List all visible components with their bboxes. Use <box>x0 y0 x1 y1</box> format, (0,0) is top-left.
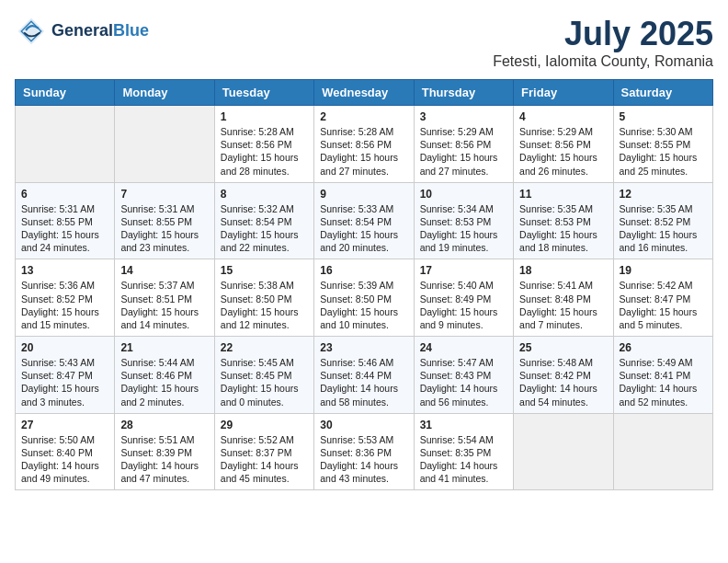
cell-line: Sunrise: 5:38 AM <box>221 279 308 292</box>
calendar-cell: 11Sunrise: 5:35 AMSunset: 8:53 PMDayligh… <box>514 182 613 259</box>
cell-line: Sunrise: 5:54 AM <box>420 433 507 446</box>
calendar-cell: 6Sunrise: 5:31 AMSunset: 8:55 PMDaylight… <box>16 182 115 259</box>
calendar-week-row: 6Sunrise: 5:31 AMSunset: 8:55 PMDaylight… <box>16 182 713 259</box>
cell-line: and 18 minutes. <box>519 241 607 254</box>
calendar-cell: 31Sunrise: 5:54 AMSunset: 8:35 PMDayligh… <box>414 413 513 490</box>
cell-line: and 10 minutes. <box>320 318 407 331</box>
cell-line: Sunset: 8:52 PM <box>21 293 108 305</box>
day-number: 10 <box>420 188 507 201</box>
calendar-cell: 13Sunrise: 5:36 AMSunset: 8:52 PMDayligh… <box>16 259 115 337</box>
cell-line: and 0 minutes. <box>221 396 308 408</box>
cell-line: Sunset: 8:36 PM <box>320 446 407 459</box>
calendar-cell: 9Sunrise: 5:33 AMSunset: 8:54 PMDaylight… <box>314 182 414 259</box>
cell-line: and 25 minutes. <box>620 165 707 178</box>
day-number: 16 <box>320 264 407 277</box>
cell-line: Sunrise: 5:34 AM <box>420 202 507 215</box>
day-number: 20 <box>21 341 108 354</box>
day-number: 12 <box>620 188 707 201</box>
cell-line: Sunrise: 5:53 AM <box>320 433 407 446</box>
day-number: 23 <box>320 341 407 354</box>
cell-line: Sunset: 8:49 PM <box>420 293 507 305</box>
calendar-cell: 18Sunrise: 5:41 AMSunset: 8:48 PMDayligh… <box>514 259 613 337</box>
cell-line: and 12 minutes. <box>221 318 308 331</box>
cell-line: Daylight: 14 hours <box>320 382 407 395</box>
cell-line: and 56 minutes. <box>420 396 507 408</box>
day-number: 26 <box>620 341 707 354</box>
cell-line: Daylight: 15 hours <box>221 305 308 318</box>
calendar-cell: 15Sunrise: 5:38 AMSunset: 8:50 PMDayligh… <box>214 259 313 337</box>
cell-line: and 49 minutes. <box>21 472 108 485</box>
cell-line: Sunrise: 5:40 AM <box>420 279 507 292</box>
cell-line: Sunrise: 5:48 AM <box>519 356 607 369</box>
cell-line: Sunrise: 5:29 AM <box>420 125 507 138</box>
cell-line: Sunset: 8:45 PM <box>221 369 308 382</box>
calendar-cell <box>514 413 613 490</box>
calendar-cell: 1Sunrise: 5:28 AMSunset: 8:56 PMDaylight… <box>214 106 313 183</box>
calendar-cell: 22Sunrise: 5:45 AMSunset: 8:45 PMDayligh… <box>214 337 313 414</box>
cell-line: and 27 minutes. <box>320 165 407 178</box>
cell-line: and 14 minutes. <box>120 318 208 331</box>
calendar-table: SundayMondayTuesdayWednesdayThursdayFrid… <box>15 79 713 490</box>
calendar-cell: 2Sunrise: 5:28 AMSunset: 8:56 PMDaylight… <box>314 106 414 183</box>
cell-line: Sunrise: 5:28 AM <box>320 125 407 138</box>
cell-line: Sunrise: 5:39 AM <box>320 279 407 292</box>
cell-line: Sunset: 8:46 PM <box>120 369 208 382</box>
cell-line: Sunrise: 5:52 AM <box>221 433 308 446</box>
cell-line: Daylight: 15 hours <box>21 228 108 241</box>
cell-line: and 16 minutes. <box>620 241 707 254</box>
day-number: 24 <box>420 341 507 354</box>
weekday-header: Thursday <box>414 80 513 106</box>
logo-icon <box>15 15 48 48</box>
cell-line: Daylight: 15 hours <box>620 228 707 241</box>
cell-line: Daylight: 15 hours <box>221 151 308 164</box>
cell-line: Daylight: 15 hours <box>21 382 108 395</box>
cell-line: Sunrise: 5:43 AM <box>21 356 108 369</box>
logo: GeneralBlue <box>15 15 149 48</box>
day-number: 21 <box>120 341 208 354</box>
cell-line: and 7 minutes. <box>519 318 607 331</box>
month-title: July 2025 <box>493 15 713 53</box>
calendar-cell: 20Sunrise: 5:43 AMSunset: 8:47 PMDayligh… <box>16 337 115 414</box>
cell-line: Sunset: 8:50 PM <box>320 293 407 305</box>
calendar-cell: 12Sunrise: 5:35 AMSunset: 8:52 PMDayligh… <box>613 182 712 259</box>
cell-line: Daylight: 15 hours <box>120 305 208 318</box>
calendar-week-row: 20Sunrise: 5:43 AMSunset: 8:47 PMDayligh… <box>16 337 713 414</box>
day-number: 11 <box>519 188 607 201</box>
cell-line: Sunrise: 5:31 AM <box>120 202 208 215</box>
cell-line: Sunset: 8:55 PM <box>620 138 707 151</box>
cell-line: Daylight: 14 hours <box>519 382 607 395</box>
calendar-cell: 4Sunrise: 5:29 AMSunset: 8:56 PMDaylight… <box>514 106 613 183</box>
cell-line: Daylight: 15 hours <box>620 305 707 318</box>
cell-line: Sunrise: 5:46 AM <box>320 356 407 369</box>
cell-line: and 26 minutes. <box>519 165 607 178</box>
cell-line: Sunset: 8:50 PM <box>221 293 308 305</box>
weekday-header: Monday <box>115 80 214 106</box>
cell-line: Sunset: 8:56 PM <box>519 138 607 151</box>
cell-line: Daylight: 15 hours <box>221 382 308 395</box>
cell-line: Sunrise: 5:29 AM <box>519 125 607 138</box>
weekday-header: Sunday <box>16 80 115 106</box>
cell-line: Daylight: 14 hours <box>620 382 707 395</box>
cell-line: Daylight: 15 hours <box>420 151 507 164</box>
cell-line: Sunset: 8:55 PM <box>21 215 108 228</box>
day-number: 19 <box>620 264 707 277</box>
cell-line: Daylight: 15 hours <box>120 228 208 241</box>
calendar-cell: 8Sunrise: 5:32 AMSunset: 8:54 PMDaylight… <box>214 182 313 259</box>
cell-line: Sunrise: 5:36 AM <box>21 279 108 292</box>
cell-line: and 23 minutes. <box>120 241 208 254</box>
cell-line: Daylight: 15 hours <box>320 305 407 318</box>
cell-line: and 58 minutes. <box>320 396 407 408</box>
location-title: Fetesti, Ialomita County, Romania <box>493 53 713 70</box>
day-number: 3 <box>420 110 507 123</box>
cell-line: Sunset: 8:43 PM <box>420 369 507 382</box>
cell-line: and 15 minutes. <box>21 318 108 331</box>
cell-line: Sunset: 8:42 PM <box>519 369 607 382</box>
day-number: 5 <box>620 110 707 123</box>
cell-line: Sunrise: 5:32 AM <box>221 202 308 215</box>
cell-line: Daylight: 15 hours <box>320 228 407 241</box>
cell-line: Daylight: 15 hours <box>320 151 407 164</box>
cell-line: and 41 minutes. <box>420 472 507 485</box>
calendar-cell: 5Sunrise: 5:30 AMSunset: 8:55 PMDaylight… <box>613 106 712 183</box>
cell-line: Daylight: 15 hours <box>420 228 507 241</box>
cell-line: Daylight: 15 hours <box>519 305 607 318</box>
